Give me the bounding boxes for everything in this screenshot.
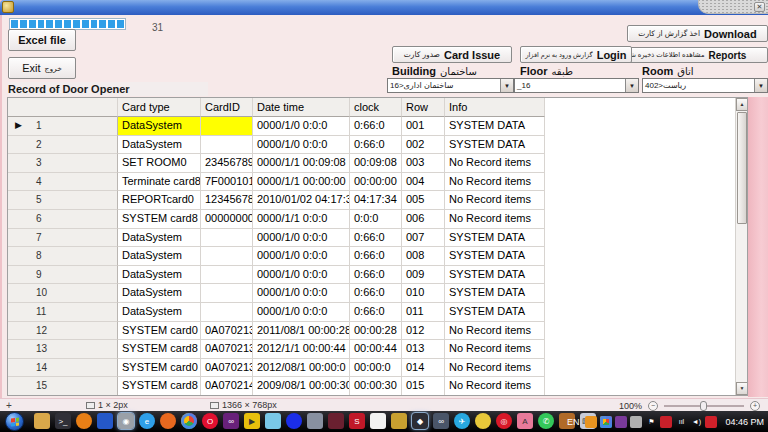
tray-network-icon[interactable]: ııl [675,416,687,428]
blue-orb-icon[interactable] [286,413,302,429]
grid-cell[interactable]: 0000/1/0 0:0:0 [253,117,350,136]
grid-cell[interactable]: SYSTEM DATA [445,266,545,285]
grid-cell[interactable]: SYSTEM DATA [445,229,545,248]
vertical-scrollbar[interactable]: ▲ ▼ [735,98,747,395]
table-row[interactable]: 15SYSTEM card80A0702142009/08/1 00:00:30… [8,377,747,396]
grid-cell[interactable]: 0A070213 [201,340,253,359]
grid-cell[interactable]: 006 [402,210,445,229]
visual-studio-icon[interactable]: ∞ [223,413,239,429]
table-row[interactable]: 3SET ROOM0234567890000/1/1 00:09:0800:09… [8,154,747,173]
media-player-icon[interactable] [76,413,92,429]
grid-cell[interactable]: 0A070214 [201,377,253,396]
row-header[interactable]: 12 [8,322,118,341]
row-header[interactable]: 4 [8,173,118,192]
grid-cell[interactable]: 0000/1/1 00:00:00 [253,173,350,192]
scrollbar-thumb[interactable] [737,112,747,224]
grid-cell[interactable]: No Record items [445,340,545,359]
grid-cell[interactable]: SYSTEM DATA [445,247,545,266]
grid-cell[interactable]: 0:66:0 [350,266,402,285]
red-app-icon[interactable]: S [349,413,365,429]
grid-cell[interactable]: SYSTEM DATA [445,117,545,136]
grid-cell[interactable]: SYSTEM card0 [118,322,201,341]
grid-cell[interactable]: 2011/08/1 00:00:28 [253,322,350,341]
grid-cell[interactable]: 00:00:44 [350,340,402,359]
grid-cell[interactable]: SET ROOM0 [118,154,201,173]
key-app-icon[interactable] [391,413,407,429]
language-indicator[interactable]: EN [567,417,580,427]
row-header[interactable]: 2 [8,136,118,155]
media-yellow-icon[interactable]: ▶ [244,413,260,429]
grid-cell[interactable]: No Record items [445,191,545,210]
close-button[interactable]: ✕ [754,2,765,12]
grid-cell[interactable] [201,136,253,155]
table-row[interactable]: 5REPORTcard0123456782010/01/02 04:17:340… [8,191,747,210]
column-header[interactable]: Row [402,98,445,117]
table-corner-header[interactable] [8,98,118,117]
tray-flag-icon[interactable]: ⚑ [645,416,657,428]
grid-cell[interactable]: 04:17:34 [350,191,402,210]
chevron-down-icon[interactable]: ▼ [754,79,767,92]
row-header[interactable]: 7 [8,229,118,248]
scroll-up-button[interactable]: ▲ [736,98,748,111]
firefox-icon[interactable] [160,413,176,429]
grid-cell[interactable]: 00000000 [201,210,253,229]
grid-cell[interactable]: No Record items [445,359,545,378]
grid-cell[interactable]: 0000/1/1 00:09:08 [253,154,350,173]
grid-cell[interactable]: 23456789 [201,154,253,173]
row-header[interactable]: 6 [8,210,118,229]
grid-cell[interactable]: 0000/1/0 0:0:0 [253,136,350,155]
blue-app-icon[interactable] [97,413,113,429]
grid-cell[interactable]: DataSystem [118,247,201,266]
grid-cell[interactable]: 010 [402,284,445,303]
room-select[interactable]: ریاست<402 ▼ [642,78,768,93]
document-icon[interactable] [370,413,386,429]
grid-cell[interactable] [201,247,253,266]
grid-cell[interactable]: DataSystem [118,266,201,285]
records-table[interactable]: Card typeCardIDDate timeclockRowInfo▶1Da… [7,97,748,396]
grid-cell[interactable]: 0:66:0 [350,284,402,303]
table-row[interactable]: ▶1DataSystem0000/1/0 0:0:00:66:0001SYSTE… [8,117,747,136]
grid-cell[interactable]: 7F000101 [201,173,253,192]
zoom-out-button[interactable]: − [648,401,658,411]
grid-cell[interactable]: 0000/1/0 0:0:0 [253,303,350,322]
column-header[interactable]: CardID [201,98,253,117]
row-header[interactable]: 10 [8,284,118,303]
grid-cell[interactable]: SYSTEM DATA [445,136,545,155]
grid-cell[interactable]: 004 [402,173,445,192]
start-button[interactable] [5,412,24,431]
table-row[interactable]: 10DataSystem0000/1/0 0:0:00:66:0010SYSTE… [8,284,747,303]
grid-cell[interactable]: No Record items [445,154,545,173]
grid-cell[interactable]: DataSystem [118,117,201,136]
grid-cell[interactable]: 001 [402,117,445,136]
grid-cell[interactable]: No Record items [445,210,545,229]
grid-cell[interactable]: 002 [402,136,445,155]
grid-cell[interactable]: 00:00:28 [350,322,402,341]
grid-cell[interactable]: No Record items [445,173,545,192]
column-header[interactable]: clock [350,98,402,117]
grid-cell[interactable]: 0:66:0 [350,117,402,136]
ie-icon[interactable]: e [139,413,155,429]
grid-cell[interactable]: Terminate card8 [118,173,201,192]
grid-cell[interactable]: 0:66:0 [350,229,402,248]
table-row[interactable]: 8DataSystem0000/1/0 0:0:00:66:0008SYSTEM… [8,247,747,266]
grid-cell[interactable]: 0000/1/0 0:0:0 [253,284,350,303]
scroll-down-button[interactable]: ▼ [736,382,748,395]
table-row[interactable]: 14SYSTEM card00A0702132012/08/1 00:00:00… [8,359,747,378]
column-header[interactable]: Info [445,98,545,117]
column-header[interactable]: Card type [118,98,201,117]
grid-cell[interactable]: 00:09:08 [350,154,402,173]
row-header[interactable]: 14 [8,359,118,378]
console-icon[interactable]: >_ [55,413,71,429]
whatsapp-icon[interactable]: ✆ [538,413,554,429]
row-header[interactable]: 3 [8,154,118,173]
tray-paint-icon[interactable] [660,416,672,428]
excel-file-button[interactable]: Excel file [8,29,76,51]
grid-cell[interactable]: 011 [402,303,445,322]
grid-cell[interactable]: SYSTEM card8 [118,210,201,229]
row-header[interactable]: ▶1 [8,117,118,136]
tray-color-wheel-icon[interactable] [585,416,597,428]
building-select[interactable]: ساختمان اداری<16 ▼ [387,78,514,93]
grid-cell[interactable]: 007 [402,229,445,248]
tray-chat-icon[interactable] [630,416,642,428]
table-row[interactable]: 11DataSystem0000/1/0 0:0:00:66:0011SYSTE… [8,303,747,322]
